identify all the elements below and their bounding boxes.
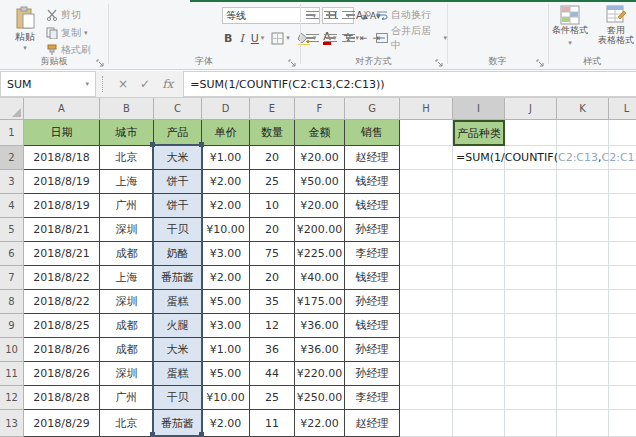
cell-H4[interactable] [400, 194, 453, 218]
cell-C8[interactable]: 蛋糕 [154, 290, 202, 314]
col-header-A[interactable]: A [24, 98, 100, 120]
cell-E8[interactable]: 35 [250, 290, 295, 314]
cell-L12[interactable] [609, 386, 636, 410]
copy-button[interactable]: 复制 ▾ [46, 25, 88, 40]
cell-B12[interactable]: 广州 [100, 386, 154, 410]
row-header-11[interactable]: 11 [0, 362, 24, 386]
cell-L1[interactable] [609, 120, 636, 146]
cell-K8[interactable] [557, 290, 609, 314]
formula-input[interactable]: =SUM(1/COUNTIF(C2:C13,C2:C13)) [183, 71, 636, 97]
cell-I12[interactable] [453, 386, 505, 410]
paste-dropdown-arrow[interactable]: ▾ [8, 44, 42, 52]
row-header-3[interactable]: 3 [0, 170, 24, 194]
cell-F12[interactable]: ¥250.00 [295, 386, 345, 410]
cell-K11[interactable] [557, 362, 609, 386]
cell-B4[interactable]: 广州 [100, 194, 154, 218]
cell-K4[interactable] [557, 194, 609, 218]
name-box[interactable]: SUM ▾ [0, 71, 96, 97]
cell-B3[interactable]: 上海 [100, 170, 154, 194]
cell-J7[interactable] [505, 266, 557, 290]
cell-A7[interactable]: 2018/8/22 [24, 266, 100, 290]
cell-L13[interactable] [609, 410, 636, 437]
row-header-6[interactable]: 6 [0, 242, 24, 266]
cell-L6[interactable] [609, 242, 636, 266]
cell-A8[interactable]: 2018/8/22 [24, 290, 100, 314]
cell-I11[interactable] [453, 362, 505, 386]
merge-center-button[interactable]: 合并后居中 ▾ [376, 30, 447, 46]
cell-G8[interactable]: 孙经理 [345, 290, 400, 314]
copy-dropdown-arrow[interactable]: ▾ [84, 29, 88, 37]
cell-H13[interactable] [400, 410, 453, 437]
cell-D1[interactable]: 单价 [202, 120, 250, 146]
paste-button[interactable]: 粘贴 ▾ [8, 6, 42, 52]
cell-C12[interactable]: 干贝 [154, 386, 202, 410]
cell-D13[interactable]: ¥2.00 [202, 410, 250, 437]
cell-K9[interactable] [557, 314, 609, 338]
row-header-7[interactable]: 7 [0, 266, 24, 290]
italic-button[interactable]: I [239, 32, 243, 45]
cell-C3[interactable]: 饼干 [154, 170, 202, 194]
cell-I7[interactable] [453, 266, 505, 290]
cell-G1[interactable]: 销售 [345, 120, 400, 146]
cell-I10[interactable] [453, 338, 505, 362]
cell-K6[interactable] [557, 242, 609, 266]
cell-K10[interactable] [557, 338, 609, 362]
cell-K7[interactable] [557, 266, 609, 290]
cell-G5[interactable]: 孙经理 [345, 218, 400, 242]
range-handle-icon[interactable] [199, 142, 204, 147]
cell-A13[interactable]: 2018/8/29 [24, 410, 100, 437]
cell-L5[interactable] [609, 218, 636, 242]
cell-I6[interactable] [453, 242, 505, 266]
cell-G3[interactable]: 钱经理 [345, 170, 400, 194]
active-cell-formula-editor[interactable]: =SUM(1/COUNTIF(C2:C13,C2:C13)) [456, 146, 636, 170]
cell-A12[interactable]: 2018/8/28 [24, 386, 100, 410]
bold-button[interactable]: B [224, 32, 232, 45]
cell-C1[interactable]: 产品 [154, 120, 202, 146]
clipboard-dialog-launcher-icon[interactable] [96, 59, 104, 67]
cell-L9[interactable] [609, 314, 636, 338]
cell-G6[interactable]: 李经理 [345, 242, 400, 266]
align-bottom-icon[interactable] [342, 11, 355, 20]
cell-A6[interactable]: 2018/8/21 [24, 242, 100, 266]
cell-G11[interactable]: 孙经理 [345, 362, 400, 386]
cell-L7[interactable] [609, 266, 636, 290]
cell-D4[interactable]: ¥2.00 [202, 194, 250, 218]
cell-J12[interactable] [505, 386, 557, 410]
cell-H11[interactable] [400, 362, 453, 386]
col-header-K[interactable]: K [557, 98, 609, 120]
row-header-12[interactable]: 12 [0, 386, 24, 410]
cell-E7[interactable]: 20 [250, 266, 295, 290]
cell-L3[interactable] [609, 170, 636, 194]
col-header-D[interactable]: D [202, 98, 250, 120]
cell-G7[interactable]: 钱经理 [345, 266, 400, 290]
cell-L10[interactable] [609, 338, 636, 362]
cell-F5[interactable]: ¥200.00 [295, 218, 345, 242]
align-left-icon[interactable] [306, 34, 319, 43]
row-header-1[interactable]: 1 [0, 120, 24, 146]
cell-B6[interactable]: 成都 [100, 242, 154, 266]
cell-F4[interactable]: ¥20.00 [295, 194, 345, 218]
cell-D3[interactable]: ¥2.00 [202, 170, 250, 194]
select-all-corner[interactable] [0, 98, 24, 120]
cell-H8[interactable] [400, 290, 453, 314]
cell-D11[interactable]: ¥5.00 [202, 362, 250, 386]
row-header-2[interactable]: 2 [0, 146, 24, 170]
row-header-13[interactable]: 13 [0, 410, 24, 437]
cell-B2[interactable]: 北京 [100, 146, 154, 170]
cell-C2[interactable]: 大米 [154, 146, 202, 170]
cell-B1[interactable]: 城市 [100, 120, 154, 146]
wrap-text-button[interactable]: 自动换行 [376, 7, 431, 23]
alignment-dialog-launcher-icon[interactable] [435, 59, 443, 67]
cell-A9[interactable]: 2018/8/25 [24, 314, 100, 338]
range-handle-icon[interactable] [150, 142, 155, 147]
cell-E13[interactable]: 11 [250, 410, 295, 437]
cell-H9[interactable] [400, 314, 453, 338]
cell-E10[interactable]: 36 [250, 338, 295, 362]
insert-function-button[interactable]: fx [162, 77, 173, 91]
range-handle-icon[interactable] [150, 432, 155, 437]
underline-button[interactable]: U [251, 32, 259, 45]
borders-icon[interactable] [271, 32, 284, 45]
decrease-indent-icon[interactable]: ⇤ [360, 33, 368, 43]
cell-C9[interactable]: 火腿 [154, 314, 202, 338]
cell-F8[interactable]: ¥175.00 [295, 290, 345, 314]
